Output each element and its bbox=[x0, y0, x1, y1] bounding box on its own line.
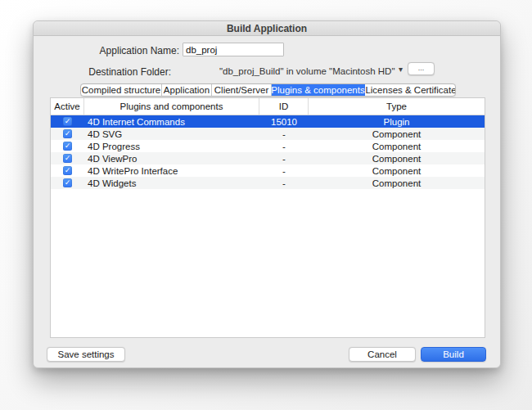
tab-label: Application bbox=[164, 85, 210, 95]
tab-1[interactable]: Application bbox=[162, 84, 212, 96]
tab-label: Licenses & Certificate bbox=[365, 85, 456, 95]
plugin-id-cell: - bbox=[259, 142, 309, 151]
plugin-name-cell: 4D SVG bbox=[84, 129, 259, 139]
plugin-id-cell: - bbox=[259, 166, 309, 176]
dialog-titlebar[interactable]: Build Application bbox=[34, 21, 500, 36]
checkbox-checked-icon[interactable]: ✓ bbox=[63, 178, 72, 187]
plugin-name-cell: 4D Progress bbox=[84, 142, 259, 151]
application-name-label: Application Name: bbox=[34, 45, 179, 56]
build-button[interactable]: Build bbox=[421, 347, 486, 362]
tab-label: Compiled structure bbox=[82, 85, 161, 95]
plugin-type-cell: Component bbox=[309, 178, 485, 188]
table-row[interactable]: ✓ 4D ViewPro - Component bbox=[51, 152, 485, 164]
plugin-id-cell: - bbox=[259, 154, 309, 164]
plugins-table: Active Plugins and components ID Type ✓ … bbox=[50, 97, 485, 338]
tab-4[interactable]: Licenses & Certificate bbox=[365, 84, 456, 96]
plugin-type-cell: Component bbox=[309, 129, 485, 139]
table-row[interactable]: ✓ 4D WritePro Interface - Component bbox=[51, 164, 485, 177]
plugin-name-cell: 4D WritePro Interface bbox=[84, 166, 259, 176]
plugin-name-cell: 4D Widgets bbox=[84, 178, 259, 188]
plugin-name-cell: 4D ViewPro bbox=[84, 154, 259, 164]
active-cell: ✓ bbox=[51, 166, 84, 175]
tab-2[interactable]: Client/Server bbox=[212, 84, 272, 96]
column-header-id: ID bbox=[259, 98, 309, 115]
checkbox-checked-icon[interactable]: ✓ bbox=[63, 129, 72, 138]
save-settings-button[interactable]: Save settings bbox=[47, 347, 125, 362]
checkbox-checked-icon[interactable]: ✓ bbox=[63, 142, 72, 151]
plugin-type-cell: Plugin bbox=[309, 117, 485, 127]
plugin-id-cell: - bbox=[259, 129, 309, 139]
table-row[interactable]: ✓ 4D Internet Commands 15010 Plugin bbox=[51, 115, 485, 128]
cancel-button[interactable]: Cancel bbox=[349, 347, 416, 362]
active-cell: ✓ bbox=[51, 154, 84, 163]
table-row[interactable]: ✓ 4D Progress - Component bbox=[51, 140, 485, 152]
table-row[interactable]: ✓ 4D Widgets - Component bbox=[51, 177, 485, 189]
plugin-type-cell: Component bbox=[309, 166, 485, 176]
desktop-background: { "window": { "title": "Build Applicatio… bbox=[0, 0, 532, 410]
application-name-input[interactable] bbox=[183, 43, 284, 56]
checkbox-checked-icon[interactable]: ✓ bbox=[63, 166, 72, 175]
plugin-name-cell: 4D Internet Commands bbox=[84, 117, 259, 127]
column-header-type: Type bbox=[309, 98, 485, 115]
table-header-row: Active Plugins and components ID Type bbox=[51, 98, 485, 115]
destination-folder-label: Destination Folder: bbox=[34, 66, 171, 78]
active-cell: ✓ bbox=[51, 117, 84, 126]
tab-0[interactable]: Compiled structure bbox=[81, 84, 162, 96]
plugin-id-cell: 15010 bbox=[259, 117, 309, 127]
active-cell: ✓ bbox=[51, 142, 84, 151]
active-cell: ✓ bbox=[51, 129, 84, 138]
tab-3[interactable]: Plugins & components bbox=[272, 84, 365, 96]
table-row[interactable]: ✓ 4D SVG - Component bbox=[51, 128, 485, 140]
checkbox-checked-icon[interactable]: ✓ bbox=[63, 154, 72, 163]
build-application-dialog: Build Application Application Name: Dest… bbox=[33, 20, 501, 368]
plugin-type-cell: Component bbox=[309, 142, 485, 151]
plugin-id-cell: - bbox=[259, 178, 309, 188]
chevron-down-icon[interactable]: ▾ bbox=[399, 65, 403, 74]
plugin-type-cell: Component bbox=[309, 154, 485, 164]
tab-label: Plugins & components bbox=[271, 85, 364, 95]
active-cell: ✓ bbox=[51, 178, 84, 187]
column-header-plugins: Plugins and components bbox=[84, 98, 259, 115]
column-header-active: Active bbox=[51, 98, 84, 115]
browse-folder-button[interactable]: ... bbox=[408, 62, 435, 75]
table-body: ✓ 4D Internet Commands 15010 Plugin ✓ 4D… bbox=[51, 115, 485, 189]
checkbox-checked-icon[interactable]: ✓ bbox=[63, 117, 72, 126]
tab-label: Client/Server bbox=[214, 85, 268, 95]
destination-folder-value: "db_proj_Build" in volume "Macintosh HD" bbox=[219, 66, 395, 76]
tab-bar: Compiled structure Application Client/Se… bbox=[80, 83, 456, 97]
dialog-title: Build Application bbox=[227, 23, 307, 34]
